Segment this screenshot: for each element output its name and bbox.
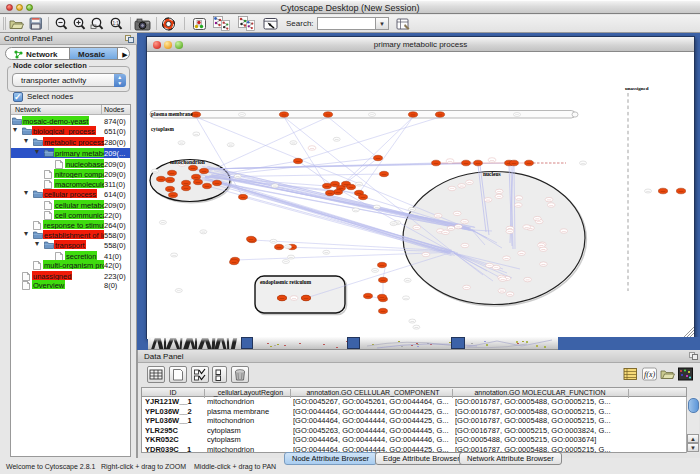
svg-text:mitochondrion: mitochondrion bbox=[170, 159, 205, 165]
svg-text:endoplasmic reticulum: endoplasmic reticulum bbox=[260, 279, 312, 285]
svg-text:cytoplasm: cytoplasm bbox=[151, 126, 174, 132]
svg-text:nucleus: nucleus bbox=[483, 171, 501, 177]
svg-text:f(x): f(x) bbox=[644, 370, 655, 379]
svg-text:1:1: 1:1 bbox=[113, 21, 120, 26]
svg-text:unassigned: unassigned bbox=[625, 86, 649, 91]
svg-text:plasma membrane: plasma membrane bbox=[151, 111, 193, 117]
